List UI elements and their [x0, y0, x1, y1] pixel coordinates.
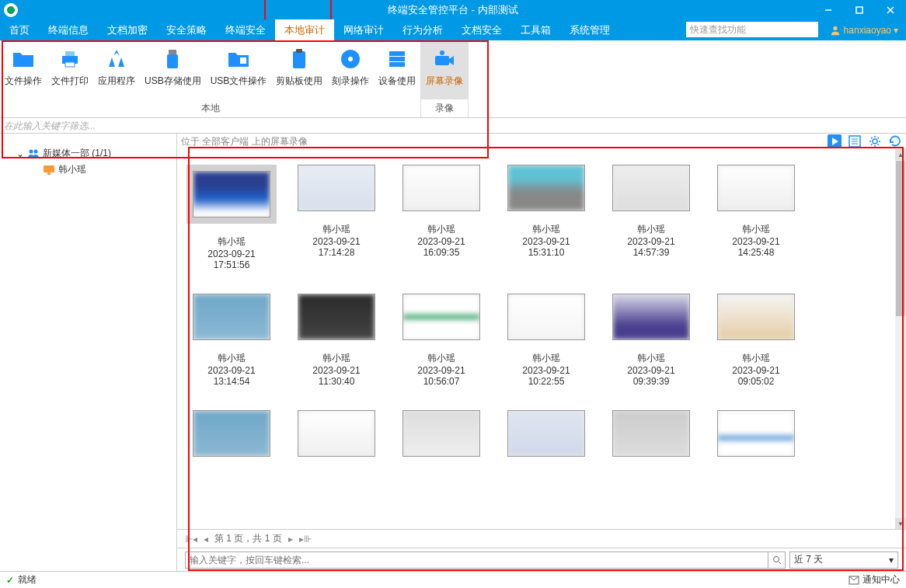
- maximize-button[interactable]: [844, 0, 875, 19]
- ribbon-file-print[interactable]: 文件打印: [47, 40, 93, 99]
- thumbnail-date: 2023-09-21: [417, 236, 465, 247]
- menu-doc-security[interactable]: 文档安全: [452, 19, 511, 40]
- monitor-icon: [43, 165, 55, 176]
- svg-rect-8: [65, 62, 75, 67]
- close-button[interactable]: [875, 0, 906, 19]
- menu-doc-encrypt[interactable]: 文档加密: [98, 19, 157, 40]
- notification-center[interactable]: 通知中心: [849, 573, 900, 586]
- content: 位于 全部客户端 上的屏幕录像 韩小瑶 2023-09-21 17:51:56 …: [177, 134, 906, 571]
- thumbnail-item[interactable]: 韩小瑶 2023-09-21 17:14:28: [294, 165, 379, 270]
- gear-icon[interactable]: [868, 134, 882, 148]
- menu-terminal-security[interactable]: 终端安全: [216, 19, 275, 40]
- ribbon-group-record-label: 录像: [421, 99, 468, 117]
- scrollbar[interactable]: ▲ ▼: [895, 149, 906, 529]
- ribbon-usb-file-ops[interactable]: USB文件操作: [206, 40, 272, 99]
- svg-point-20: [440, 50, 444, 55]
- thumbnail-item[interactable]: 韩小瑶 2023-09-21 09:39:39: [608, 294, 694, 387]
- thumbnail-item[interactable]: [189, 410, 274, 468]
- thumbnail-item[interactable]: 韩小瑶 2023-09-21 10:22:55: [504, 294, 589, 387]
- usb-icon: [160, 47, 185, 71]
- thumbnail-time: 10:56:07: [423, 376, 460, 387]
- ribbon-screen-record[interactable]: 屏幕录像: [421, 40, 468, 99]
- user-menu[interactable]: hanxiaoyao ▾: [822, 19, 906, 40]
- username: hanxiaoyao: [844, 25, 891, 36]
- svg-rect-19: [435, 56, 449, 65]
- scroll-up[interactable]: ▲: [895, 149, 906, 160]
- page-last[interactable]: ▸⊪: [299, 534, 312, 545]
- thumbnail-image: [507, 410, 585, 457]
- thumbnail-item[interactable]: 韩小瑶 2023-09-21 09:05:02: [713, 294, 799, 387]
- ribbon-usb-storage[interactable]: USB存储使用: [140, 40, 206, 99]
- thumbnail-item[interactable]: 韩小瑶 2023-09-21 14:25:48: [713, 165, 799, 270]
- thumbnail-item[interactable]: 韩小瑶 2023-09-21 16:09:35: [399, 165, 484, 270]
- ribbon-clipboard[interactable]: 剪贴板使用: [271, 40, 327, 99]
- thumbnail-time: 16:09:35: [423, 247, 460, 258]
- ribbon-device[interactable]: 设备使用: [374, 40, 420, 99]
- mail-icon: [849, 576, 859, 585]
- thumbnail-time: 13:14:54: [214, 376, 250, 387]
- svg-rect-2: [856, 7, 862, 13]
- thumbnail-item[interactable]: 韩小瑶 2023-09-21 10:56:07: [399, 294, 484, 387]
- page-next[interactable]: ▸: [288, 534, 293, 545]
- quick-search[interactable]: 快速查找功能: [686, 22, 818, 37]
- svg-rect-10: [167, 54, 178, 68]
- thumbnail-item[interactable]: [608, 410, 694, 468]
- thumbnail-item[interactable]: 韩小瑶 2023-09-21 13:14:54: [189, 294, 274, 387]
- thumbnail-date: 2023-09-21: [312, 236, 360, 247]
- filter-input[interactable]: 在此输入关键字筛选...: [0, 118, 906, 134]
- menu-home[interactable]: 首页: [0, 19, 39, 40]
- svg-rect-7: [65, 51, 75, 56]
- refresh-icon[interactable]: [888, 134, 902, 148]
- tree-collapse-icon[interactable]: ⌄: [16, 148, 25, 159]
- thumbnail-image: [193, 410, 270, 457]
- thumbnail-item[interactable]: [399, 410, 484, 468]
- tree-child[interactable]: 韩小瑶: [0, 162, 176, 178]
- thumbnail-item[interactable]: [294, 410, 379, 468]
- thumbnail-item[interactable]: 韩小瑶 2023-09-21 15:31:10: [504, 165, 589, 270]
- page-first[interactable]: ⊪◂: [185, 534, 197, 545]
- thumbnail-date: 2023-09-21: [417, 365, 465, 376]
- thumbnail-date: 2023-09-21: [732, 365, 779, 376]
- thumbnail-image: [717, 165, 795, 211]
- thumbnail-name: 韩小瑶: [427, 223, 455, 236]
- ribbon-apps[interactable]: 应用程序: [93, 40, 140, 99]
- ribbon-burn[interactable]: 刻录操作: [327, 40, 374, 99]
- scroll-thumb[interactable]: [896, 161, 905, 316]
- menu-behavior-analysis[interactable]: 行为分析: [393, 19, 452, 40]
- thumbnail-item[interactable]: 韩小瑶 2023-09-21 14:57:39: [608, 165, 694, 270]
- menu-terminal-info[interactable]: 终端信息: [39, 19, 98, 40]
- thumbnail-date: 2023-09-21: [207, 249, 255, 259]
- menu-toolbox[interactable]: 工具箱: [511, 19, 560, 40]
- titlebar: 终端安全管控平台 - 内部测试: [0, 0, 906, 19]
- page-prev[interactable]: ◂: [204, 534, 208, 545]
- menu-network-audit[interactable]: 网络审计: [334, 19, 393, 40]
- thumbnail-item[interactable]: [713, 410, 799, 468]
- app-logo: [4, 3, 18, 17]
- svg-rect-18: [389, 62, 405, 67]
- tree-child-label: 韩小瑶: [58, 163, 86, 176]
- menu-local-audit[interactable]: 本地审计: [275, 19, 334, 40]
- status-text: 就绪: [18, 573, 37, 586]
- ribbon-file-ops[interactable]: 文件操作: [0, 40, 47, 99]
- menu-system-mgmt[interactable]: 系统管理: [560, 19, 619, 40]
- minimize-button[interactable]: [813, 0, 844, 19]
- svg-point-15: [348, 57, 353, 61]
- thumbnail-item[interactable]: [504, 410, 589, 468]
- tree-parent[interactable]: ⌄ 新媒体一部 (1/1): [0, 145, 176, 162]
- thumbnail-item[interactable]: 韩小瑶 2023-09-21 11:30:40: [294, 294, 379, 387]
- thumbnail-image: [402, 165, 480, 211]
- time-filter[interactable]: 近 7 天 ▾: [789, 551, 898, 569]
- disc-icon: [338, 47, 363, 71]
- scroll-down[interactable]: ▼: [895, 518, 906, 529]
- search-button[interactable]: [768, 552, 785, 568]
- list-icon[interactable]: [848, 134, 862, 148]
- thumbnail-item[interactable]: 韩小瑶 2023-09-21 17:51:56: [189, 165, 274, 270]
- play-icon[interactable]: [828, 134, 842, 148]
- thumbnail-image: [298, 165, 375, 211]
- menu-security-policy[interactable]: 安全策略: [157, 19, 216, 40]
- keyword-search[interactable]: [186, 552, 768, 568]
- usb-folder-icon: [226, 47, 251, 71]
- svg-point-22: [34, 149, 38, 153]
- content-header: 位于 全部客户端 上的屏幕录像: [177, 134, 906, 149]
- thumbnail-date: 2023-09-21: [522, 365, 570, 376]
